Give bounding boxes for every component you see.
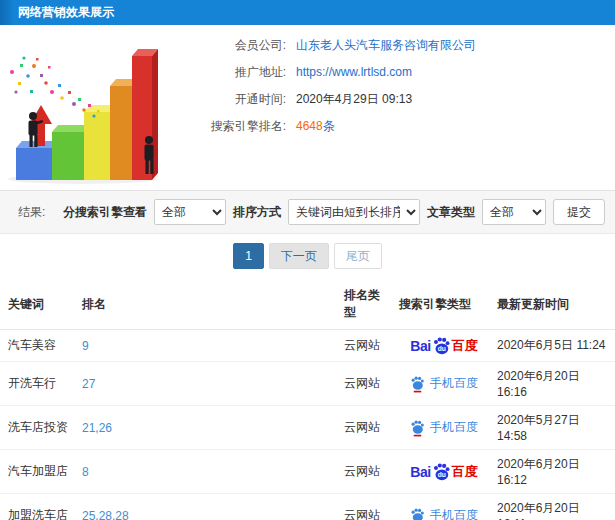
col-rank-type: 排名类型 — [340, 278, 395, 330]
table-row: 加盟洗车店 25,28,28 云网站 手机百度 2020年6月20日 16:11 — [0, 494, 615, 520]
submit-button[interactable]: 提交 — [553, 199, 605, 225]
update-time-cell: 2020年6月20日 16:12 — [493, 450, 615, 494]
table-header-row: 关键词 排名 排名类型 搜索引擎类型 最新更新时间 — [0, 278, 615, 330]
col-update-time: 最新更新时间 — [493, 278, 615, 330]
rank-type-cell: 云网站 — [340, 362, 395, 406]
marketing-report-page: 网络营销效果展示 — [0, 0, 615, 520]
rank-type-cell: 云网站 — [340, 330, 395, 362]
article-type-select[interactable]: 全部 — [482, 199, 546, 225]
update-time-cell: 2020年6月20日 16:16 — [493, 362, 615, 406]
filter-bar: 结果: 分搜索引擎查看 全部 排序方式 关键词由短到长排序 文章类型 全部 提交 — [0, 190, 615, 234]
member-fields: 会员公司: 山东老人头汽车服务咨询有限公司 推广地址: https://www.… — [168, 25, 615, 190]
next-page-button[interactable]: 下一页 — [269, 243, 329, 269]
keyword-cell: 洗车店投资 — [0, 406, 78, 450]
rank-link[interactable]: 27 — [82, 377, 95, 391]
company-label: 会员公司: — [168, 37, 286, 53]
engine-rank-unit: 条 — [323, 119, 335, 133]
sort-filter-label: 排序方式 — [233, 204, 281, 221]
keyword-cell: 开洗车行 — [0, 362, 78, 406]
keyword-cell: 汽车加盟店 — [0, 450, 78, 494]
col-search-engine: 搜索引擎类型 — [395, 278, 493, 330]
bar-chart-illustration — [0, 28, 168, 188]
pagination: 1 下一页 尾页 — [0, 234, 615, 278]
baidu-paw-icon: du — [432, 336, 451, 355]
page-title: 网络营销效果展示 — [18, 5, 114, 19]
engine-rank-count: 4648 — [296, 119, 323, 133]
rank-link[interactable]: 9 — [82, 339, 89, 353]
engine-rank-label: 搜索引擎排名: — [168, 118, 286, 134]
svg-text:du: du — [437, 345, 445, 352]
baidu-mobile-logo: 手机百度 — [410, 507, 478, 520]
keyword-cell: 汽车美容 — [0, 330, 78, 362]
baidu-pc-logo: Baidu百度 — [410, 462, 477, 481]
mobile-baidu-paw-icon — [410, 419, 425, 437]
page-header: 网络营销效果展示 — [0, 0, 615, 25]
results-label: 结果: — [18, 204, 45, 221]
promo-url-link[interactable]: https://www.lrtlsd.com — [296, 64, 412, 80]
article-type-label: 文章类型 — [427, 204, 475, 221]
keyword-cell: 加盟洗车店 — [0, 494, 78, 520]
field-company: 会员公司: 山东老人头汽车服务咨询有限公司 — [168, 37, 615, 53]
table-row: 洗车店投资 21,26 云网站 手机百度 2020年5月27日 14:58 — [0, 406, 615, 450]
rank-type-cell: 云网站 — [340, 406, 395, 450]
promo-url-label: 推广地址: — [168, 64, 286, 80]
baidu-pc-logo: Baidu百度 — [410, 336, 477, 355]
open-time-value: 2020年4月29日 09:13 — [296, 91, 412, 107]
rank-link[interactable]: 25,28,28 — [82, 509, 129, 520]
mobile-baidu-paw-icon — [410, 507, 425, 520]
baidu-mobile-logo: 手机百度 — [410, 419, 478, 437]
keyword-rank-table: 关键词 排名 排名类型 搜索引擎类型 最新更新时间 汽车美容 9 云网站 Bai… — [0, 278, 615, 520]
update-time-cell: 2020年6月20日 16:11 — [493, 494, 615, 520]
update-time-cell: 2020年6月5日 11:24 — [493, 330, 615, 362]
table-row: 汽车美容 9 云网站 Baidu百度 2020年6月5日 11:24 — [0, 330, 615, 362]
sort-filter-select[interactable]: 关键词由短到长排序 — [288, 199, 420, 225]
field-promo-url: 推广地址: https://www.lrtlsd.com — [168, 64, 615, 80]
baidu-paw-icon: du — [432, 462, 451, 481]
table-row: 汽车加盟店 8 云网站 Baidu百度 2020年6月20日 16:12 — [0, 450, 615, 494]
company-link[interactable]: 山东老人头汽车服务咨询有限公司 — [296, 37, 476, 53]
field-engine-rank: 搜索引擎排名: 4648条 — [168, 118, 615, 134]
member-info-section: 会员公司: 山东老人头汽车服务咨询有限公司 推广地址: https://www.… — [0, 25, 615, 190]
last-page-button[interactable]: 尾页 — [334, 243, 382, 269]
table-row: 开洗车行 27 云网站 手机百度 2020年6月20日 16:16 — [0, 362, 615, 406]
svg-text:du: du — [437, 471, 445, 478]
field-open-time: 开通时间: 2020年4月29日 09:13 — [168, 91, 615, 107]
engine-filter-select[interactable]: 全部 — [154, 199, 226, 225]
rank-link[interactable]: 8 — [82, 465, 89, 479]
col-rank: 排名 — [78, 278, 340, 330]
rank-type-cell: 云网站 — [340, 450, 395, 494]
baidu-mobile-logo: 手机百度 — [410, 375, 478, 393]
engine-filter-label: 分搜索引擎查看 — [63, 204, 147, 221]
page-1-button[interactable]: 1 — [233, 243, 264, 269]
col-keyword: 关键词 — [0, 278, 78, 330]
update-time-cell: 2020年5月27日 14:58 — [493, 406, 615, 450]
rank-type-cell: 云网站 — [340, 494, 395, 520]
rank-link[interactable]: 21,26 — [82, 421, 112, 435]
open-time-label: 开通时间: — [168, 91, 286, 107]
mobile-baidu-paw-icon — [410, 375, 425, 393]
